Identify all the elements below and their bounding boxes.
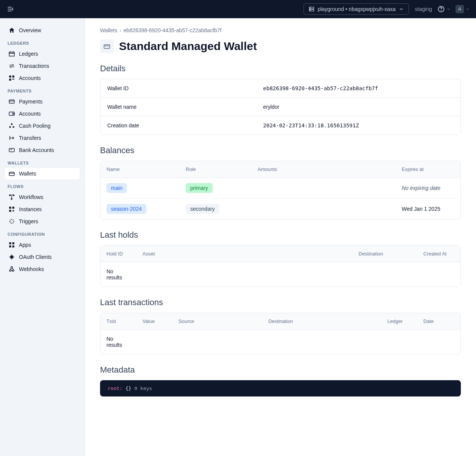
balance-name-link[interactable]: season-2024 [106, 204, 146, 214]
svg-rect-33 [9, 207, 11, 208]
wallet-icon [100, 39, 114, 53]
section-title-holds: Last holds [100, 230, 461, 240]
section-title-details: Details [100, 64, 461, 74]
column-header-source: Source [172, 313, 262, 330]
column-header-destination: Destination [352, 246, 417, 262]
sidebar-item-bank-accounts[interactable]: Bank Accounts [5, 144, 80, 156]
sidebar-section-configuration: CONFIGURATION [5, 227, 80, 239]
column-header-ledger: Ledger [381, 313, 417, 330]
swap-icon [8, 63, 15, 69]
details-card: Wallet ID eb826398-6920-4435-ab57-c22ab8… [100, 79, 461, 135]
sidebar-item-triggers[interactable]: Triggers [5, 215, 80, 227]
balance-role-badge: primary [186, 183, 213, 193]
grid-icon [8, 75, 15, 81]
svg-rect-35 [9, 210, 11, 212]
svg-rect-45 [13, 242, 14, 244]
transactions-table: Txid Value Source Destination Ledger Dat… [100, 313, 461, 354]
sidebar-item-apps[interactable]: Apps [5, 239, 80, 251]
server-icon [308, 6, 315, 12]
detail-row: Creation date 2024-02-23T14:33:18.165613… [100, 116, 460, 135]
detail-key: Wallet ID [107, 85, 263, 91]
holds-no-results: No results [100, 262, 127, 287]
topbar: playground • nbagxpwpjxuh-xaxa staging A [0, 0, 476, 18]
column-header-name: Name [100, 161, 180, 178]
detail-value: eb826398-6920-4435-ab57-c22ab8acfb7f [263, 85, 454, 91]
breadcrumb-current: eb826398-6920-4435-ab57-c22ab8acfb7f [124, 27, 221, 33]
sidebar-item-label: Overview [19, 27, 41, 33]
column-header-role: Role [180, 161, 252, 178]
svg-rect-34 [13, 207, 14, 208]
sidebar-item-webhooks[interactable]: Webhooks [5, 263, 80, 275]
sidebar-item-label: Triggers [19, 218, 38, 224]
chevron-down-icon [399, 6, 404, 12]
help-menu[interactable] [437, 5, 451, 13]
detail-key: Creation date [107, 122, 263, 128]
balance-amounts [252, 178, 396, 199]
column-header-hold-id: Hold ID [100, 246, 136, 262]
sidebar-section-ledgers: LEDGERS [5, 36, 80, 48]
sidebar-item-label: Ledgers [19, 51, 38, 57]
sidebar-item-overview[interactable]: Overview [5, 24, 80, 36]
sidebar-item-label: Workflows [19, 194, 43, 200]
sidebar-item-oauth-clients[interactable]: OAuth Clients [5, 251, 80, 263]
svg-point-5 [310, 8, 310, 8]
sidebar-item-ledgers[interactable]: Ledgers [5, 48, 80, 60]
table-row: mainprimaryNo expiring date [100, 178, 460, 199]
sidebar-item-transfers[interactable]: Transfers [5, 132, 80, 144]
sidebar-item-label: Payments [19, 99, 42, 105]
sidebar-section-flows: FLOWS [5, 180, 80, 191]
detail-value: eryldor [263, 104, 454, 110]
breadcrumb-separator: › [119, 27, 121, 33]
metadata-keys-count: 0 keys [134, 385, 152, 391]
svg-point-49 [13, 270, 14, 272]
sidebar-item-label: Cash Pooling [19, 123, 50, 129]
section-title-transactions: Last transactions [100, 298, 461, 307]
balance-amounts [252, 199, 396, 219]
arrow-right-icon [8, 135, 15, 141]
metadata-braces: {} [125, 385, 132, 391]
puzzle-icon [8, 254, 15, 260]
sidebar-item-cash-pooling[interactable]: Cash Pooling [5, 120, 80, 132]
metadata-box: root: {} 0 keys [100, 380, 461, 396]
sidebar-item-accounts-ledger[interactable]: Accounts [5, 72, 80, 84]
sidebar-section-payments: PAYMENTS [5, 84, 80, 96]
svg-point-23 [13, 126, 14, 128]
sidebar-item-label: Wallets [19, 171, 36, 177]
stack-selector[interactable]: playground • nbagxpwpjxuh-xaxa [304, 3, 409, 15]
svg-rect-26 [9, 149, 14, 152]
balance-expires: No expiring date [396, 178, 460, 199]
balance-name-link[interactable]: main [106, 183, 127, 193]
column-header-date: Date [417, 313, 460, 330]
spark-icon [8, 218, 15, 225]
column-header-destination: Destination [262, 313, 381, 330]
page-title: Standard Managed Wallet [119, 40, 257, 53]
environment-label[interactable]: staging [415, 6, 432, 12]
sidebar-item-instances[interactable]: Instances [5, 203, 80, 215]
sidebar-item-payments[interactable]: Payments [5, 96, 80, 108]
sidebar-item-label: Transfers [19, 135, 41, 141]
sidebar-item-workflows[interactable]: Workflows [5, 191, 80, 203]
balances-table: Name Role Amounts Expires at mainprimary… [100, 161, 461, 219]
chevron-down-icon [465, 7, 470, 11]
sidebar-item-accounts-payments[interactable]: Accounts [5, 108, 80, 120]
breadcrumb-root[interactable]: Wallets [100, 27, 117, 33]
webhook-icon [8, 266, 15, 273]
balance-role-badge: secondary [186, 204, 219, 214]
sidebar-item-wallets[interactable]: Wallets [5, 168, 80, 180]
column-header-amounts: Amounts [252, 161, 396, 178]
user-menu[interactable]: A [456, 5, 470, 13]
flow-icon [8, 194, 15, 201]
sidebar-toggle[interactable] [6, 5, 15, 14]
detail-value: 2024-02-23T14:33:18.165613591Z [263, 122, 454, 128]
svg-rect-32 [11, 198, 13, 200]
sidebar-item-label: Accounts [19, 75, 41, 81]
svg-point-21 [11, 123, 13, 125]
detail-key: Wallet name [107, 104, 263, 110]
svg-rect-19 [9, 112, 14, 116]
avatar: A [456, 5, 464, 13]
column-header-value: Value [136, 313, 172, 330]
sidebar-item-transactions[interactable]: Transactions [5, 60, 80, 72]
sidebar-item-label: OAuth Clients [19, 254, 52, 260]
svg-rect-51 [104, 45, 110, 49]
svg-point-6 [310, 10, 310, 10]
